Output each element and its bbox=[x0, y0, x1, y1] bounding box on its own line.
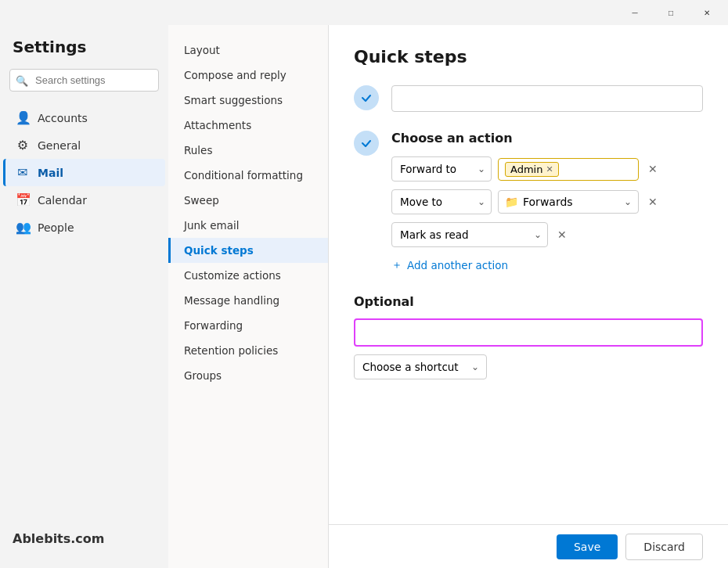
action3-row: Mark as read Forward to Move to Delete ✕ bbox=[391, 222, 703, 247]
settings-title: Settings bbox=[0, 38, 168, 69]
close-button[interactable]: ✕ bbox=[689, 0, 725, 25]
midnav-smart[interactable]: Smart suggestions bbox=[168, 88, 328, 113]
sidebar-item-people[interactable]: 👥 People bbox=[3, 214, 165, 241]
midnav-quicksteps[interactable]: Quick steps bbox=[168, 238, 328, 263]
step1-circle bbox=[354, 85, 379, 110]
calendar-icon: 📅 bbox=[16, 192, 30, 207]
action1-remove-button[interactable]: ✕ bbox=[645, 160, 661, 178]
sidebar-label-mail: Mail bbox=[38, 167, 63, 179]
general-icon: ⚙ bbox=[16, 138, 30, 153]
midnav-retention[interactable]: Retention policies bbox=[168, 338, 328, 363]
search-box: 🔍 bbox=[9, 69, 159, 92]
midnav-attachments[interactable]: Attachments bbox=[168, 113, 328, 138]
midnav-forwarding[interactable]: Forwarding bbox=[168, 313, 328, 338]
action3-select-wrapper: Mark as read Forward to Move to Delete bbox=[391, 222, 548, 247]
step2-row: Choose an action Forward to Move to Mark… bbox=[354, 131, 703, 275]
check-icon bbox=[360, 92, 373, 104]
step1-content: Forward and move bbox=[391, 85, 703, 112]
save-button[interactable]: Save bbox=[557, 534, 618, 559]
title-bar: ─ □ ✕ bbox=[0, 0, 728, 25]
search-input[interactable] bbox=[9, 69, 159, 92]
plus-icon: ＋ bbox=[391, 258, 402, 272]
sidebar-label-general: General bbox=[38, 139, 81, 152]
admin-tag: Admin ✕ bbox=[505, 162, 559, 177]
optional-description-input[interactable]: Forward, move and mark as read bbox=[354, 318, 703, 347]
action1-select[interactable]: Forward to Move to Mark as read Delete bbox=[391, 156, 492, 182]
accounts-icon: 👤 bbox=[16, 110, 30, 125]
choose-action-label: Choose an action bbox=[391, 131, 703, 146]
page-title: Quick steps bbox=[354, 47, 703, 67]
footer: Save Discard bbox=[329, 524, 728, 568]
people-icon: 👥 bbox=[16, 220, 30, 235]
action1-select-wrapper: Forward to Move to Mark as read Delete bbox=[391, 156, 492, 182]
sidebar-item-accounts[interactable]: 👤 Accounts bbox=[3, 104, 165, 131]
step1-name-input[interactable]: Forward and move bbox=[391, 85, 703, 112]
minimize-button[interactable]: ─ bbox=[617, 0, 653, 25]
midnav-customize[interactable]: Customize actions bbox=[168, 263, 328, 288]
step2-content: Choose an action Forward to Move to Mark… bbox=[391, 131, 703, 275]
sidebar: Settings 🔍 👤 Accounts ⚙ General ✉ Mail 📅… bbox=[0, 25, 168, 568]
add-action-label: Add another action bbox=[407, 259, 508, 271]
admin-tag-input[interactable]: Admin ✕ bbox=[498, 158, 639, 181]
optional-section: Optional Forward, move and mark as read … bbox=[354, 294, 703, 379]
sidebar-label-people: People bbox=[38, 221, 74, 234]
sidebar-item-general[interactable]: ⚙ General bbox=[3, 131, 165, 159]
action2-row: Move to Forward to Mark as read Delete 📁… bbox=[391, 189, 703, 214]
folder-label: Forwards bbox=[523, 196, 573, 208]
midnav-conditional[interactable]: Conditional formatting bbox=[168, 163, 328, 188]
sidebar-item-calendar[interactable]: 📅 Calendar bbox=[3, 186, 165, 214]
sidebar-item-mail[interactable]: ✉ Mail bbox=[3, 159, 165, 186]
midnav-compose[interactable]: Compose and reply bbox=[168, 63, 328, 88]
midnav-message[interactable]: Message handling bbox=[168, 288, 328, 313]
maximize-button[interactable]: □ bbox=[653, 0, 689, 25]
branding-logo: Ablebits.com bbox=[13, 531, 105, 546]
search-icon: 🔍 bbox=[16, 74, 28, 86]
shortcut-select-wrapper: Choose a shortcut Ctrl+1 Ctrl+2 Ctrl+3 C… bbox=[354, 354, 487, 379]
midnav-rules[interactable]: Rules bbox=[168, 138, 328, 163]
app-body: Settings 🔍 👤 Accounts ⚙ General ✉ Mail 📅… bbox=[0, 25, 728, 568]
midnav-layout[interactable]: Layout bbox=[168, 38, 328, 63]
midnav-sweep[interactable]: Sweep bbox=[168, 188, 328, 213]
folder-chevron-icon: ⌄ bbox=[624, 196, 632, 207]
folder-select-wrapper[interactable]: 📁 Forwards ⌄ bbox=[498, 190, 639, 214]
action2-select-wrapper: Move to Forward to Mark as read Delete bbox=[391, 189, 492, 214]
optional-label: Optional bbox=[354, 294, 703, 309]
discard-button[interactable]: Discard bbox=[625, 534, 703, 560]
mid-nav: Layout Compose and reply Smart suggestio… bbox=[168, 25, 329, 568]
mail-icon: ✉ bbox=[16, 165, 30, 180]
step1-row: Forward and move bbox=[354, 85, 703, 112]
action1-row: Forward to Move to Mark as read Delete A… bbox=[391, 156, 703, 182]
midnav-groups[interactable]: Groups bbox=[168, 363, 328, 388]
action3-remove-button[interactable]: ✕ bbox=[554, 225, 570, 244]
admin-tag-remove[interactable]: ✕ bbox=[546, 164, 553, 174]
sidebar-label-accounts: Accounts bbox=[38, 112, 88, 124]
shortcut-select[interactable]: Choose a shortcut Ctrl+1 Ctrl+2 Ctrl+3 C… bbox=[354, 354, 487, 379]
action2-remove-button[interactable]: ✕ bbox=[645, 192, 661, 211]
check2-icon bbox=[360, 137, 373, 149]
folder-icon: 📁 bbox=[505, 196, 518, 208]
admin-tag-label: Admin bbox=[510, 164, 542, 175]
add-action-button[interactable]: ＋ Add another action bbox=[391, 255, 703, 275]
midnav-junk[interactable]: Junk email bbox=[168, 213, 328, 238]
action2-select[interactable]: Move to Forward to Mark as read Delete bbox=[391, 189, 492, 214]
action3-select[interactable]: Mark as read Forward to Move to Delete bbox=[391, 222, 548, 247]
step2-circle bbox=[354, 131, 379, 156]
content-panel: Quick steps Forward and move bbox=[329, 25, 728, 524]
sidebar-label-calendar: Calendar bbox=[38, 194, 87, 207]
